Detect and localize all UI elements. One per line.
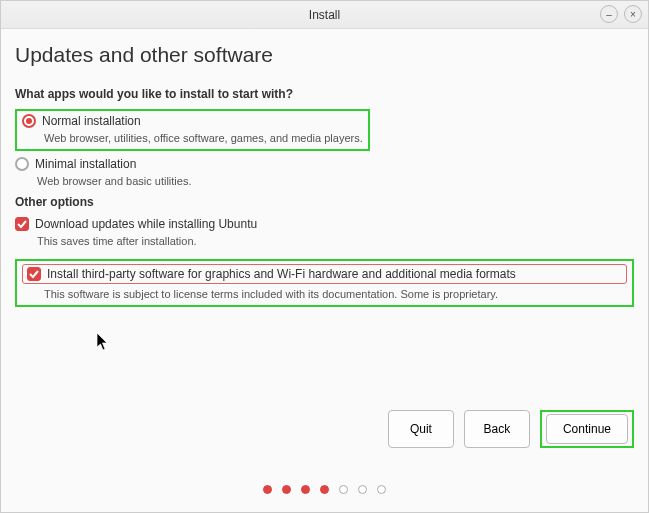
download-updates-option[interactable]: Download updates while installing Ubuntu — [15, 217, 634, 231]
thirdparty-option[interactable]: Install third-party software for graphic… — [22, 264, 627, 284]
download-updates-checkbox[interactable] — [15, 217, 29, 231]
page-title: Updates and other software — [15, 43, 634, 67]
apps-question: What apps would you like to install to s… — [15, 87, 634, 101]
thirdparty-highlight: Install third-party software for graphic… — [15, 259, 634, 307]
minimal-install-radio[interactable] — [15, 157, 29, 171]
progress-dot — [282, 485, 291, 494]
progress-dot — [358, 485, 367, 494]
titlebar: Install – × — [1, 1, 648, 29]
normal-install-desc: Web browser, utilities, office software,… — [44, 132, 363, 144]
minimal-install-desc: Web browser and basic utilities. — [37, 175, 634, 187]
quit-button[interactable]: Quit — [388, 410, 454, 448]
thirdparty-label: Install third-party software for graphic… — [47, 267, 516, 281]
back-button[interactable]: Back — [464, 410, 530, 448]
minimal-install-option[interactable]: Minimal installation — [15, 157, 634, 171]
cursor-icon — [97, 333, 111, 354]
check-icon — [17, 219, 27, 229]
thirdparty-checkbox[interactable] — [27, 267, 41, 281]
thirdparty-desc: This software is subject to license term… — [44, 288, 627, 300]
progress-dot — [263, 485, 272, 494]
continue-button[interactable]: Continue — [546, 414, 628, 444]
progress-dot — [301, 485, 310, 494]
close-button[interactable]: × — [624, 5, 642, 23]
minimal-install-label: Minimal installation — [35, 157, 136, 171]
normal-install-radio[interactable] — [22, 114, 36, 128]
window-title: Install — [309, 8, 340, 22]
progress-dot — [377, 485, 386, 494]
normal-install-highlight: Normal installation Web browser, utiliti… — [15, 109, 370, 151]
download-updates-desc: This saves time after installation. — [37, 235, 634, 247]
window-controls: – × — [600, 5, 642, 23]
footer-buttons: Quit Back Continue — [388, 410, 634, 448]
continue-highlight: Continue — [540, 410, 634, 448]
download-updates-label: Download updates while installing Ubuntu — [35, 217, 257, 231]
minimize-button[interactable]: – — [600, 5, 618, 23]
install-window: Install – × Updates and other software W… — [0, 0, 649, 513]
normal-install-label: Normal installation — [42, 114, 141, 128]
normal-install-option[interactable]: Normal installation — [22, 114, 363, 128]
progress-dot — [339, 485, 348, 494]
progress-dots — [1, 485, 648, 494]
other-options-heading: Other options — [15, 195, 634, 209]
progress-dot — [320, 485, 329, 494]
check-icon — [29, 269, 39, 279]
content-area: Updates and other software What apps wou… — [1, 29, 648, 307]
